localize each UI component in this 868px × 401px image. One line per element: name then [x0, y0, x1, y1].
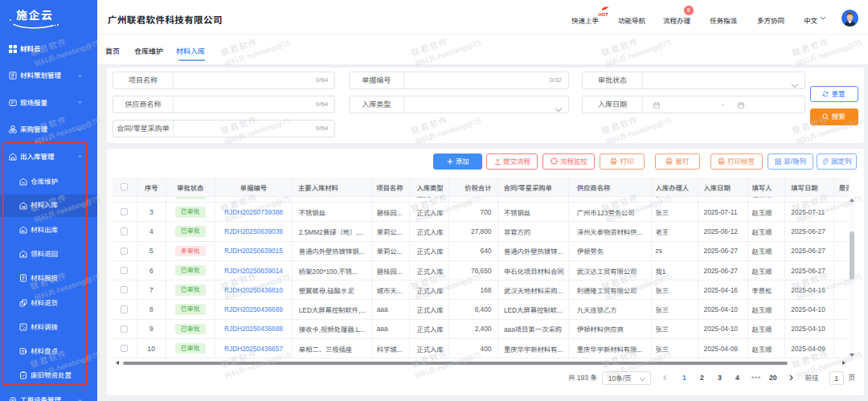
svg-text:HOT: HOT: [599, 12, 609, 17]
